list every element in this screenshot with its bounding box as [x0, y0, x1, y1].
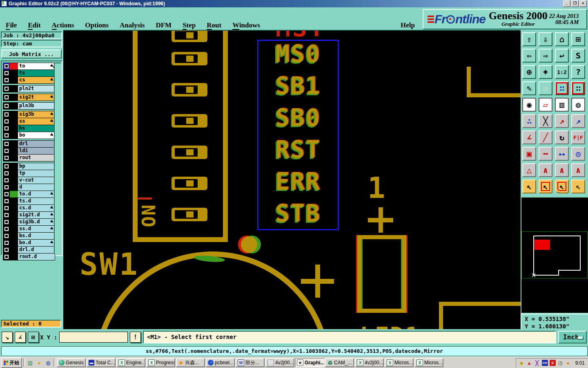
gold-pen-tray-icon[interactable]: ◈ [519, 360, 525, 366]
layer-row-cs.d[interactable]: cs.d [3, 205, 55, 212]
layer-row-rout.d[interactable]: rout.d [3, 254, 55, 260]
pcb-canvas[interactable]: MST MS0SB1SB0RSTERRSTB ON SW1 1 LED1 [63, 31, 521, 329]
layer-checkbox[interactable] [3, 198, 10, 204]
serpentine-route-button[interactable]: S [571, 49, 585, 63]
layer-checkbox[interactable] [3, 212, 10, 218]
layer-row-bs.d[interactable]: bs.d [3, 233, 55, 240]
taskbar-task[interactable]: ✕Graphi... [295, 358, 324, 367]
layer-checkbox[interactable] [3, 94, 10, 101]
close-button[interactable]: × [579, 0, 587, 7]
layer-row-sig3b[interactable]: sig3b [3, 111, 55, 118]
measure-ruler-button[interactable]: ▥ [555, 98, 569, 112]
layer-row-tp[interactable]: tp [3, 170, 55, 177]
xy-coordinate-input[interactable] [59, 332, 128, 343]
layer-row-ts[interactable]: ts [3, 70, 55, 77]
layer-row-cs[interactable]: cs [3, 77, 55, 83]
copy-shape-button[interactable]: ▱ [539, 98, 552, 112]
taskbar-task[interactable]: 4v2j00... [265, 358, 294, 367]
menu-edit[interactable]: Edit [28, 21, 40, 29]
minimap-viewport[interactable] [535, 240, 550, 250]
layer-checkbox[interactable] [3, 177, 10, 184]
layer-row-sig2t[interactable]: sig2t [3, 94, 55, 101]
layer-row-sig2t.d[interactable]: sig2t.d [3, 212, 55, 219]
taskbar-task[interactable]: XMicros... [385, 358, 414, 367]
pan-right-button[interactable]: ⇨ [539, 49, 552, 63]
measure-angle-button[interactable]: ∠ [522, 130, 536, 144]
ch-input-tray-icon[interactable]: CH [542, 360, 548, 366]
select-net-button[interactable]: ↖ [571, 180, 585, 193]
zoom-fit-button[interactable]: ⊕ [522, 65, 536, 79]
taskbar-task[interactable]: ★兴森... [176, 358, 205, 367]
zoom-in-button[interactable]: ⇧ [522, 32, 536, 46]
overview-minimap[interactable] [521, 197, 588, 313]
select-frame-button[interactable]: ↖ [539, 180, 552, 193]
alert-button[interactable]: ! [130, 332, 141, 343]
corner-drag-mode-icon[interactable]: ↘ [2, 332, 13, 343]
purple-x-tray-icon[interactable]: ╳ [534, 360, 540, 366]
taskbar-task[interactable]: W部分... [236, 358, 265, 367]
layer-checkbox[interactable] [3, 141, 10, 147]
previous-view-button[interactable]: ↩ [555, 49, 569, 63]
layer-row-ss.d[interactable]: ss.d [3, 226, 55, 233]
menu-options[interactable]: Options [85, 21, 109, 29]
touching-shapes-button[interactable]: ◎ [571, 147, 585, 161]
layer-checkbox[interactable] [3, 219, 10, 225]
layer-checkbox[interactable] [3, 184, 10, 191]
red-triangle-tray-icon[interactable]: ▲ [526, 360, 532, 366]
taskbar-task[interactable]: XProgress [146, 358, 175, 367]
units-dropdown[interactable]: Inch [558, 331, 587, 343]
layer-row-ts.d[interactable]: ts.d [3, 198, 55, 205]
layer-checkbox[interactable] [3, 125, 10, 132]
taskbar-task[interactable]: XMicros... [414, 358, 443, 367]
restore-button[interactable]: ❐ [571, 0, 579, 7]
job-matrix-button[interactable]: Job Matrix ... [1, 49, 62, 58]
layer-checkbox[interactable] [3, 163, 10, 170]
layer-checkbox[interactable] [3, 70, 10, 76]
layer-row-drl[interactable]: drl [3, 141, 55, 148]
netlist-target-button[interactable]: ∷ [571, 81, 585, 95]
clock-quick-icon[interactable]: ● [35, 359, 43, 367]
layer-row-d[interactable]: d [3, 184, 55, 191]
layer-checkbox[interactable] [3, 148, 10, 154]
rotate-button[interactable]: ↻ [555, 130, 569, 144]
swap-symbol-button[interactable]: ∧ [571, 163, 585, 177]
measure-distance-button[interactable]: ╱ [539, 130, 552, 144]
edit-tools-button[interactable]: ✎ [522, 81, 536, 95]
taskbar-task[interactable]: ◔pcbnet... [206, 358, 235, 367]
copy-to-layer-button[interactable]: ↗ [555, 114, 569, 128]
layer-checkbox[interactable] [3, 233, 10, 239]
layer-row-v-cut[interactable]: v-cut [3, 177, 55, 184]
taskbar-task[interactable]: X4v2j00... [355, 358, 384, 367]
home-view-button[interactable]: ⌂ [555, 32, 569, 46]
layer-row-bo[interactable]: bo [3, 132, 55, 139]
menu-analysis[interactable]: Analysis [120, 21, 145, 29]
menu-windows[interactable]: Windows [232, 21, 260, 29]
minimize-button[interactable]: _ [563, 0, 570, 7]
stretch-button[interactable]: ⟷ [555, 147, 569, 161]
layer-checkbox[interactable] [3, 254, 10, 260]
layer-checkbox[interactable] [3, 155, 10, 161]
layer-row-bp[interactable]: bp [3, 163, 55, 170]
zoom-center-button[interactable]: ⌖ [539, 65, 552, 79]
layer-row-bs[interactable]: bs [3, 125, 55, 132]
grid-snap-icon[interactable]: ⊞ [28, 332, 39, 343]
layer-checkbox[interactable] [3, 240, 10, 246]
layer-row-drl.d[interactable]: drl.d [3, 247, 55, 254]
timer-tray-icon[interactable]: ◷ [557, 360, 564, 366]
zoom-out-button[interactable]: ⇩ [539, 32, 552, 46]
delete-button[interactable]: ╳ [539, 114, 552, 128]
layer-checkbox[interactable] [3, 132, 10, 139]
netlist-source-button[interactable]: ∷ [555, 81, 569, 95]
sogou-tray-icon[interactable]: S [550, 360, 556, 366]
layer-checkbox[interactable] [3, 170, 10, 177]
resize-symbol-button[interactable]: ∧ [539, 163, 552, 177]
layer-checkbox[interactable] [3, 191, 10, 197]
title-bar[interactable]: Graphic Editor 9.02c2 (00@HY-HYCAM-PC037… [0, 0, 588, 7]
taskbar-task[interactable]: ▬Total C... [87, 358, 116, 367]
taskbar-task[interactable]: Genesis [57, 358, 86, 367]
tile-windows-button[interactable]: ⊞ [571, 32, 585, 46]
move-symbol-button[interactable]: △ [522, 163, 536, 177]
taskbar-task[interactable]: ♻CAM_... [325, 358, 354, 367]
chain-select-button[interactable]: ∴ [522, 114, 536, 128]
move-to-layer-button[interactable]: ↗ [571, 114, 585, 128]
